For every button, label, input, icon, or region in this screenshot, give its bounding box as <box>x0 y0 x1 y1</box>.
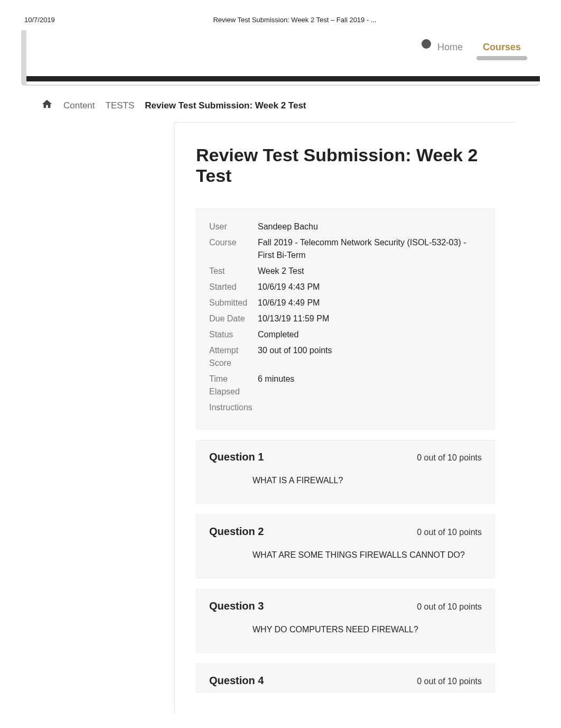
question-title: Question 3 <box>209 600 264 612</box>
info-value: 6 minutes <box>258 373 482 398</box>
breadcrumb-tests[interactable]: TESTS <box>106 100 135 111</box>
nav-courses-underline <box>476 56 527 60</box>
info-row-time: Time Elapsed 6 minutes <box>209 373 482 398</box>
nav-courses-link[interactable]: Courses <box>483 42 521 52</box>
question-block: Question 1 0 out of 10 points WHAT IS A … <box>196 440 495 504</box>
nav-home-link[interactable]: Home <box>437 42 463 53</box>
info-row-submitted: Submitted 10/6/19 4:49 PM <box>209 297 482 309</box>
info-value: Completed <box>258 328 482 341</box>
question-title: Question 4 <box>209 675 264 687</box>
info-row-user: User Sandeep Bachu <box>209 220 482 233</box>
print-header: 10/7/2019 Review Test Submission: Week 2… <box>0 0 561 30</box>
page-title: Review Test Submission: Week 2 Test <box>196 145 495 186</box>
info-row-score: Attempt Score 30 out of 100 points <box>209 344 482 370</box>
breadcrumb: Content TESTS Review Test Submission: We… <box>21 86 540 122</box>
question-title: Question 2 <box>209 526 264 538</box>
info-label: Submitted <box>209 297 258 309</box>
info-value <box>258 401 482 414</box>
print-title: Review Test Submission: Week 2 Test – Fa… <box>213 16 376 24</box>
info-label: User <box>209 220 258 233</box>
notification-dot-icon <box>422 39 431 49</box>
info-row-started: Started 10/6/19 4:43 PM <box>209 281 482 293</box>
info-row-status: Status Completed <box>209 328 482 341</box>
info-value: 10/13/19 11:59 PM <box>258 312 482 325</box>
home-icon[interactable] <box>41 98 53 113</box>
print-date: 10/7/2019 <box>24 16 55 24</box>
top-nav: Home Courses <box>26 30 540 81</box>
info-label: Time Elapsed <box>209 373 258 398</box>
question-points: 0 out of 10 points <box>417 602 482 612</box>
info-label: Course <box>209 236 258 262</box>
info-value: Sandeep Bachu <box>258 220 482 233</box>
question-text: WHAT ARE SOME THINGS FIREWALLS CANNOT DO… <box>209 550 482 560</box>
info-value: Fall 2019 - Telecomm Network Security (I… <box>258 236 482 262</box>
breadcrumb-content[interactable]: Content <box>63 100 95 111</box>
info-panel: User Sandeep Bachu Course Fall 2019 - Te… <box>196 208 495 429</box>
info-label: Instructions <box>209 401 258 414</box>
question-text: WHAT IS A FIREWALL? <box>209 476 482 485</box>
question-title: Question 1 <box>209 451 264 463</box>
question-block: Question 4 0 out of 10 points <box>196 664 495 693</box>
question-block: Question 3 0 out of 10 points WHY DO COM… <box>196 589 495 653</box>
question-points: 0 out of 10 points <box>417 677 482 686</box>
info-row-due: Due Date 10/13/19 11:59 PM <box>209 312 482 325</box>
info-label: Test <box>209 265 258 278</box>
info-row-course: Course Fall 2019 - Telecomm Network Secu… <box>209 236 482 262</box>
blur-zone <box>21 714 540 728</box>
question-text: WHY DO COMPUTERS NEED FIREWALL? <box>209 625 482 634</box>
info-row-test: Test Week 2 Test <box>209 265 482 278</box>
question-block: Question 2 0 out of 10 points WHAT ARE S… <box>196 514 495 578</box>
info-label: Started <box>209 281 258 293</box>
info-label: Attempt Score <box>209 344 258 370</box>
info-value: 30 out of 100 points <box>258 344 482 370</box>
info-value: Week 2 Test <box>258 265 482 278</box>
question-points: 0 out of 10 points <box>417 453 482 463</box>
info-value: 10/6/19 4:49 PM <box>258 297 482 309</box>
info-row-instructions: Instructions <box>209 401 482 414</box>
content-area: Review Test Submission: Week 2 Test User… <box>174 122 516 714</box>
breadcrumb-current: Review Test Submission: Week 2 Test <box>145 100 306 111</box>
question-points: 0 out of 10 points <box>417 528 482 537</box>
info-label: Due Date <box>209 312 258 325</box>
info-value: 10/6/19 4:43 PM <box>258 281 482 293</box>
print-spacer <box>535 16 537 24</box>
info-label: Status <box>209 328 258 341</box>
